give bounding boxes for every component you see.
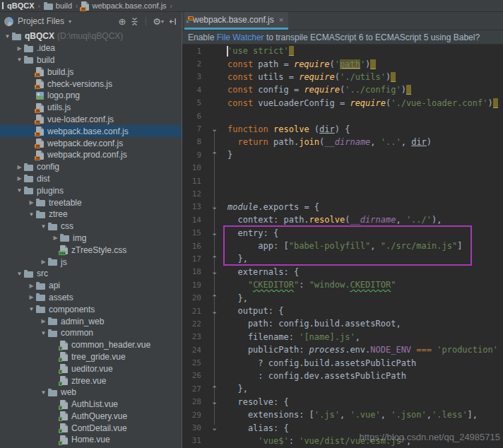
tree-item-src[interactable]: ▼src	[0, 268, 182, 280]
tab-webpack-base-conf[interactable]: JS webpack.base.conf.js ×	[184, 12, 288, 30]
tree-item-img[interactable]: ▶img	[0, 232, 182, 244]
fold-toggle-icon[interactable]: ⌃	[201, 255, 227, 263]
collapsed-arrow-icon[interactable]: ▶	[39, 318, 48, 324]
expanded-arrow-icon[interactable]: ▼	[39, 330, 48, 336]
tree-item-authlist-vue[interactable]: VAuthList.vue	[0, 399, 182, 411]
gear-icon[interactable]: ⚙▾	[153, 17, 164, 26]
tree-item-dist[interactable]: ▶dist	[0, 173, 182, 185]
tree-item-css[interactable]: ▼css	[0, 220, 182, 232]
tree-item-plugins[interactable]: ▼plugins	[0, 184, 182, 196]
tree-item-components[interactable]: ▼components	[0, 303, 182, 315]
vue-file-icon: V	[60, 435, 68, 444]
fold-toggle-icon[interactable]: ⌄	[201, 398, 227, 406]
toolbar-separator	[146, 17, 146, 25]
project-panel-header: Project Files ▾ ⊕ ⚙▾	[0, 12, 182, 30]
collapsed-arrow-icon[interactable]: ▶	[15, 164, 24, 170]
tree-item-treetable[interactable]: ▶treetable	[0, 196, 182, 208]
tree-item-authquery-vue[interactable]: VAuthQuery.vue	[0, 411, 182, 423]
tree-item-ztreestyle-css[interactable]: csszTreeStyle.css	[0, 244, 182, 256]
tree-item-webpack-prod-conf-js[interactable]: JSwebpack.prod.conf.js	[0, 149, 182, 161]
collapsed-arrow-icon[interactable]: ▶	[51, 235, 60, 241]
code-line-20: 20⌃ },	[182, 291, 503, 304]
fold-toggle-icon[interactable]: ⌄	[201, 125, 227, 133]
code-line-22: 22 path: config.build.assetsRoot,	[182, 317, 503, 330]
code-line-11: 11	[182, 175, 503, 187]
tree-item-common-header-vue[interactable]: Vcommon_header.vue	[0, 339, 182, 351]
code-text: }	[227, 150, 232, 160]
tree-item-build-js[interactable]: JSbuild.js	[0, 66, 182, 78]
tree-item-js[interactable]: ▶js	[0, 256, 182, 268]
collapsed-arrow-icon[interactable]: ▶	[27, 283, 36, 289]
tree-item-check-versions-js[interactable]: JScheck-versions.js	[0, 78, 182, 90]
tree-item-web[interactable]: ▼web	[0, 387, 182, 399]
collapse-all-icon[interactable]	[130, 17, 139, 26]
line-number: 6	[182, 112, 201, 121]
line-number: 8	[182, 137, 201, 146]
expanded-arrow-icon[interactable]: ▼	[15, 187, 24, 194]
breadcrumb-item-build[interactable]: build	[44, 1, 72, 10]
tree-item-assets[interactable]: ▶assets	[0, 292, 182, 304]
expanded-arrow-icon[interactable]: ▼	[39, 223, 48, 230]
chevron-down-icon[interactable]: ▾	[69, 18, 71, 25]
fold-toggle-icon[interactable]: ⌄	[201, 229, 227, 237]
fold-toggle-icon[interactable]: ⌄	[201, 268, 227, 276]
tree-item-utils-js[interactable]: JSutils.js	[0, 102, 182, 114]
hide-panel-icon[interactable]	[168, 17, 177, 26]
fold-toggle-icon[interactable]: ⌃	[201, 385, 227, 393]
tree-item-qbqcx[interactable]: ▼qBQCX (D:\muqi\qBQCX)	[0, 30, 182, 42]
expanded-arrow-icon[interactable]: ▼	[39, 389, 48, 396]
js-file-icon: JS	[36, 103, 44, 112]
collapsed-arrow-icon[interactable]: ▶	[39, 259, 48, 265]
code-line-16: 16 app: ["babel-polyfill", "./src/main.j…	[182, 240, 503, 252]
line-number: 10	[182, 163, 201, 172]
expanded-arrow-icon[interactable]: ▼	[15, 271, 24, 277]
project-panel: Project Files ▾ ⊕ ⚙▾ ▼qBQCX (D:\muqi\qBQ…	[0, 12, 182, 448]
project-panel-title[interactable]: Project Files	[18, 16, 64, 26]
code-line-3: 3const utils = require('./utils')_	[182, 71, 503, 83]
tree-item-common[interactable]: ▼common	[0, 327, 182, 339]
tree-item-ztree[interactable]: ▼ztree	[0, 208, 182, 220]
breadcrumb-separator: ›	[76, 2, 78, 10]
tree-item-webpack-dev-conf-js[interactable]: JSwebpack.dev.conf.js	[0, 137, 182, 149]
fold-toggle-icon[interactable]: ⌃	[201, 294, 227, 302]
tree-item--idea[interactable]: ▶.idea	[0, 42, 182, 54]
tree-item-vue-loader-conf-js[interactable]: JSvue-loader.conf.js	[0, 114, 182, 126]
line-number: 1	[182, 47, 201, 56]
tree-item-api[interactable]: ▶api	[0, 280, 182, 292]
expanded-arrow-icon[interactable]: ▼	[27, 211, 36, 218]
file-watcher-link[interactable]: File Watcher	[217, 33, 264, 42]
fold-toggle-icon[interactable]: ⌃	[201, 151, 227, 159]
collapsed-arrow-icon[interactable]: ▶	[15, 175, 24, 182]
locate-file-icon[interactable]: ⊕	[118, 17, 126, 26]
tree-item-home-vue[interactable]: VHome.vue	[0, 434, 182, 446]
expanded-arrow-icon[interactable]: ▼	[15, 57, 24, 63]
tree-item-logo-png[interactable]: logo.png	[0, 90, 182, 102]
fold-toggle-icon[interactable]: ⌄	[201, 307, 227, 315]
code-editor[interactable]: 1'use strict'_2const path = require('pat…	[182, 45, 503, 448]
collapsed-arrow-icon[interactable]: ▶	[27, 199, 36, 206]
project-files-icon	[4, 17, 13, 26]
tree-item-build[interactable]: ▼build	[0, 54, 182, 66]
breadcrumb-item-webpack-base-conf-js[interactable]: JSwebpack.base.conf.js	[81, 1, 166, 11]
tree-item-contdetail-vue[interactable]: VContDetail.vue	[0, 422, 182, 434]
image-file-icon	[36, 92, 44, 100]
tree-item-ztree-vue[interactable]: Vztree.vue	[0, 375, 182, 387]
tree-item-ueditor-vue[interactable]: Vueditor.vue	[0, 362, 182, 375]
collapsed-arrow-icon[interactable]: ▶	[15, 45, 24, 52]
tree-item-tree-gride-vue[interactable]: Vtree_gride.vue	[0, 351, 182, 363]
tree-item-config[interactable]: ▶config	[0, 161, 182, 173]
tree-item-admin-web[interactable]: ▶admin_web	[0, 315, 182, 327]
folder-icon	[36, 307, 45, 313]
code-text: const vueLoaderConfig = require('./vue-l…	[227, 98, 498, 108]
expanded-arrow-icon[interactable]: ▼	[27, 306, 36, 312]
fold-toggle-icon[interactable]: ⌄	[201, 424, 227, 432]
line-number: 13	[182, 202, 201, 211]
breadcrumb-item-qbqcx[interactable]: qBQCX	[7, 1, 35, 10]
code-line-9: 9⌃}	[182, 148, 503, 161]
close-icon[interactable]: ×	[279, 16, 283, 24]
folder-icon	[48, 259, 57, 266]
expanded-arrow-icon[interactable]: ▼	[3, 33, 12, 40]
fold-toggle-icon[interactable]: ⌄	[201, 203, 227, 211]
collapsed-arrow-icon[interactable]: ▶	[27, 294, 36, 300]
tree-item-webpack-base-conf-js[interactable]: JSwebpack.base.conf.js	[0, 125, 182, 137]
